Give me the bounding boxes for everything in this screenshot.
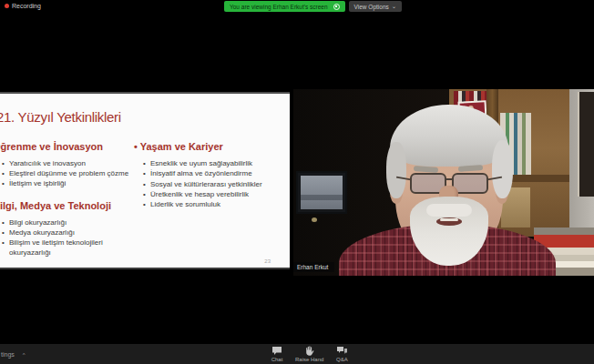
- shared-slide: 21. Yüzyıl Yetkinlikleri Öğrenme ve İnov…: [0, 92, 290, 269]
- person-glasses-bridge: [445, 178, 454, 180]
- slide-bullet: İnisyatif alma ve özyönlendirme: [143, 168, 287, 178]
- slide-bullet-list: Bilgi okuryazarlığı Medya okuryazarlığı …: [2, 217, 138, 258]
- slide-bullet: Medya okuryazarlığı: [2, 228, 138, 238]
- slide-bullet: Bilişim ve iletişim teknolojileri okurya…: [2, 238, 138, 258]
- slide-heading-learning: Öğrenme ve İnovasyon: [0, 141, 138, 152]
- webcam-tv-picture: [301, 195, 343, 200]
- webcam-picture-frame: [578, 92, 594, 197]
- screen-share-banner-text: You are viewing Erhan Erkut's screen: [230, 4, 328, 10]
- slide-bullet: Yaratıcılık ve inovasyon: [2, 158, 138, 168]
- slide-heading-career: Yaşam ve Kariyer: [134, 141, 290, 152]
- screen-share-banner: You are viewing Erhan Erkut's screen: [224, 1, 345, 12]
- slide-bullet: Esneklik ve uyum sağlayabilirlik: [143, 158, 287, 168]
- slide-column-left: Öğrenme ve İnovasyon Yaratıcılık ve inov…: [0, 141, 138, 258]
- person-mustache: [426, 204, 472, 217]
- slide-bullet-list: Yaratıcılık ve inovasyon Eleştirel düşün…: [2, 158, 138, 188]
- slide-title: 21. Yüzyıl Yetkinlikleri: [0, 109, 121, 125]
- chevron-down-icon: ⌄: [392, 3, 396, 10]
- chat-icon: [271, 346, 282, 356]
- slide-bullet-list: Esneklik ve uyum sağlayabilirlik İnisyat…: [143, 158, 290, 209]
- qa-label: Q&A: [336, 357, 348, 362]
- recording-dot-icon: [5, 4, 9, 8]
- recording-label: Recording: [12, 3, 41, 9]
- view-options-button[interactable]: View Options ⌄: [349, 1, 403, 12]
- qa-button[interactable]: Q&A: [331, 346, 353, 362]
- zoom-meeting-window: Recording You are viewing Erhan Erkut's …: [0, 0, 594, 364]
- qa-icon: [336, 346, 348, 356]
- participant-name: Erhan Erkut: [297, 264, 328, 270]
- slide-bullet: Liderlik ve sorumluluk: [143, 199, 287, 209]
- chat-button[interactable]: Chat: [266, 346, 288, 362]
- slide-bullet: Bilgi okuryazarlığı: [2, 217, 138, 228]
- person-teeth: [440, 218, 458, 221]
- slide-heading-media: Bilgi, Medya ve Teknoloji: [0, 200, 138, 211]
- webcam-tv: [296, 171, 347, 214]
- raise-hand-icon: [304, 346, 314, 356]
- slide-bullet: Sosyal ve kültürlerarası yetkinlikler: [143, 179, 287, 189]
- view-options-label: View Options: [354, 4, 389, 10]
- screen-share-banner-group: You are viewing Erhan Erkut's screen Vie…: [224, 1, 402, 12]
- slide-bullet: Eleştirel düşünme ve problem çözme: [2, 168, 138, 178]
- webinar-toolbar: tings ^ Chat Raise Hand Q&A: [0, 344, 594, 364]
- webcam-tv-screen: [301, 176, 343, 209]
- raise-hand-label: Raise Hand: [295, 357, 323, 362]
- recording-indicator: Recording: [5, 3, 41, 9]
- person-hair-side-left: [386, 142, 406, 198]
- participant-video: Erhan Erkut: [293, 89, 594, 276]
- audio-settings-button-partial[interactable]: tings ^: [1, 351, 26, 358]
- slide-bullet: Üretkenlik ve hesap verebilirlik: [143, 189, 287, 199]
- raise-hand-button[interactable]: Raise Hand: [295, 346, 323, 362]
- person-hair-side-right: [492, 140, 513, 198]
- participant-name-label: Erhan Erkut: [293, 262, 334, 272]
- slide-bullet: İletişim ve işbirliği: [2, 178, 138, 188]
- slide-page-number: 23: [264, 258, 271, 264]
- webcam-indicator-light: [312, 217, 317, 222]
- audio-settings-label-partial: tings: [1, 351, 15, 358]
- toolbar-center-group: Chat Raise Hand Q&A: [266, 346, 353, 362]
- slide-column-right: Yaşam ve Kariyer Esneklik ve uyum sağlay…: [134, 141, 290, 209]
- chevron-up-icon: ^: [23, 352, 26, 358]
- stop-share-icon[interactable]: [333, 4, 340, 10]
- chat-label: Chat: [271, 357, 283, 362]
